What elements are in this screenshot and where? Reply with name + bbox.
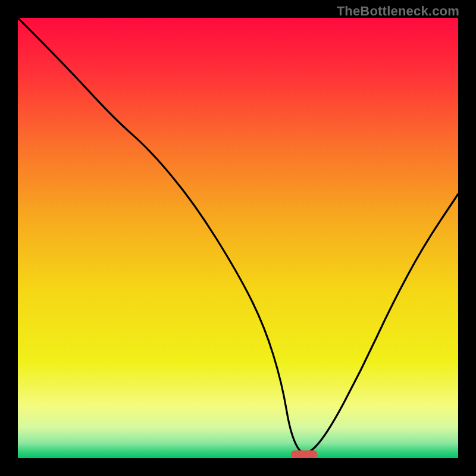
chart-container: TheBottleneck.com xyxy=(0,0,476,476)
watermark-text: TheBottleneck.com xyxy=(337,4,459,19)
bottleneck-chart xyxy=(18,18,458,458)
optimal-marker xyxy=(291,450,317,458)
gradient-background xyxy=(18,18,458,458)
plot-area xyxy=(18,18,458,458)
